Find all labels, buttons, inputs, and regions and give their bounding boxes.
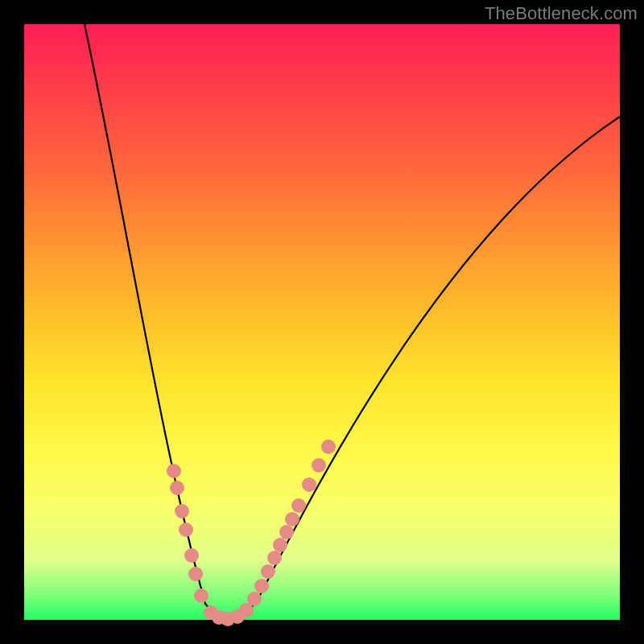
data-dot <box>247 592 262 606</box>
watermark-text: TheBottleneck.com <box>485 3 638 24</box>
data-dot <box>312 458 326 473</box>
data-dot <box>179 522 193 537</box>
bottleneck-curve <box>85 24 620 618</box>
bottleneck-chart: TheBottleneck.com <box>0 0 644 644</box>
data-dot <box>267 551 282 565</box>
plot-area <box>24 24 620 620</box>
data-dot <box>184 548 199 563</box>
data-dot <box>285 512 299 526</box>
data-dot <box>170 481 184 495</box>
data-dot <box>273 538 287 552</box>
data-dot <box>321 440 336 454</box>
data-dot <box>188 567 203 581</box>
data-dot <box>194 588 208 603</box>
dot-layer <box>167 440 336 626</box>
data-dot <box>291 498 306 513</box>
data-dot <box>167 464 181 478</box>
data-dot <box>254 579 269 593</box>
data-dot <box>302 477 316 492</box>
data-dot <box>261 564 275 579</box>
data-dot <box>279 525 294 539</box>
curve-svg <box>24 24 620 620</box>
data-dot <box>175 504 189 518</box>
